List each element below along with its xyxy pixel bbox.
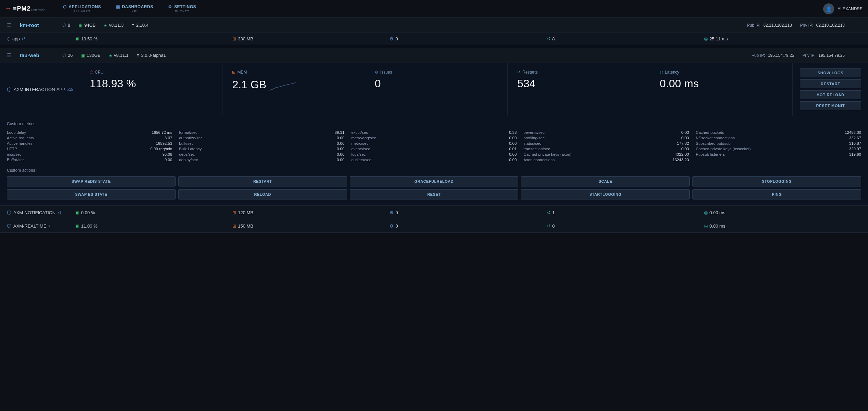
custom-metrics-grid: Loop delay 1656.72 ms Active requests 3.… [7,130,861,163]
nav-settings[interactable]: ⚙ SETTINGS BUCKET [161,2,203,15]
realtime-issues-metric: ⚙ 0 [390,223,547,229]
tau-ram: 130GB [87,53,100,58]
more-button-km-root[interactable]: ⋮ [853,22,861,28]
custom-actions-grid: SWAP REDIS STATE RESTART GRACEFULRELOAD … [7,176,861,200]
app-name: app [12,36,20,41]
tau-server-ips: Pub IP: 195.154.79.25 Priv IP: 195.154.7… [752,52,861,59]
nav-dashboards[interactable]: ▦ DASHBOARDS KPI [109,2,160,15]
metric-loop-delay: Loop delay 1656.72 ms [7,130,172,135]
ping-button[interactable]: PING [692,189,861,200]
tau-pub-ip-value: 195.154.79.25 [768,53,794,58]
notif-restarts-icon: ↺ [547,210,551,215]
server-row-tau-web: ☰ tau-web ⬡ 26 ▣ 130GB ◈ v8.11.1 ≡ 3.0.0… [0,48,868,63]
metric-pevents-sec: pevents/sec 0.00 [524,130,689,135]
topbar: 〜 ≡PM2 Enterprise ⬡ APPLICATIONS ALL APP… [0,0,868,18]
app-mem-metric: ⊞ 330 MB [232,36,390,41]
latency-value: 0.00 ms [660,77,783,90]
reset-monit-button[interactable]: RESET MONIT [800,101,861,110]
expanded-app-name: AXM-INTERACTION-APP [14,87,65,92]
realtime-latency-value: 0.00 ms [710,223,725,229]
server-pm2: 2.10.4 [136,23,149,28]
mem-chart [269,77,296,91]
notif-restarts-metric: ↺ 1 [547,210,704,215]
metric-status-sec: status/sec 177.82 [524,141,689,146]
mem-value: 2.1 GB [232,78,266,91]
server-ips: Pub IP: 62.210.102.213 Priv IP: 62.210.1… [747,22,861,28]
app-count: x8 [22,37,26,41]
app-name-cell: ⬡ app x8 [7,36,75,41]
server-cpu-stat: ⬡ 8 [62,23,70,28]
tau-priv-ip-label: Priv IP: 195.154.79.25 [802,53,845,58]
reload-button[interactable]: RELOAD [178,189,347,200]
metric-buffrd-sec: Buffrd/sec 0.00 [7,157,172,163]
metric-outliers-sec: outliers/sec 0.00 [351,157,516,163]
app-issues-value: 0 [395,36,398,41]
app-restarts-value: 8 [552,36,555,41]
tau-pub-ip-label: Pub IP: 195.154.79.25 [752,53,794,58]
stoplogging-button[interactable]: STOPLOGGING [692,176,861,187]
notif-name-cell: ⬡ AXM-NOTIFICATION x1 [7,209,75,216]
notif-latency-value: 0.00 ms [710,210,725,215]
restart-button-main[interactable]: RESTART [800,79,861,88]
app-latency-metric: ◎ 25.11 ms [704,36,861,41]
reset-button[interactable]: RESET [350,189,519,200]
settings-icon: ⚙ [168,4,172,9]
custom-actions-label: Custom actions : [7,168,861,173]
app-row-app: ⬡ app x8 ▣ 19.50 % ⊞ 330 MB ⚙ 0 ↺ 8 ◎ 25… [0,33,868,45]
swap-redis-state-button[interactable]: SWAP REDIS STATE [7,176,176,187]
metric-excpt-sec: excpt/sec 0.33 [351,130,516,135]
restarts-label: ↺ Restarts [517,70,640,75]
expanded-app-count: x15 [67,88,73,91]
realtime-issues-value: 0 [395,223,398,229]
hot-reload-button[interactable]: HOT RELOAD [800,90,861,99]
expanded-app-name-cell: ⬡ AXM-INTERACTION-APP x15 [0,63,80,116]
tau-cpu-icon: ⬡ [62,53,66,58]
more-button-tau-web[interactable]: ⋮ [853,52,861,59]
pub-ip-label: Pub IP: 62.210.102.213 [747,23,792,28]
metric-transaction-sec: transaction/sec 0.00 [524,146,689,152]
cpu-label: ⬡ CPU [90,70,213,75]
realtime-latency-icon: ◎ [704,223,708,229]
issues-label: ⚙ Issues [375,70,498,75]
expanded-app-panel: ⬡ AXM-INTERACTION-APP x15 ⬡ CPU 118.93 %… [0,63,868,206]
nav-applications[interactable]: ⬡ APPLICATIONS ALL APPS [56,2,108,15]
custom-metrics-col-1: Loop delay 1656.72 ms Active requests 3.… [7,130,172,163]
metric-http: HTTP 0.00 req/min [7,146,172,152]
dashboards-icon: ▦ [116,4,120,9]
metric-bulk-sec: bulk/sec 0.00 [179,141,344,146]
realtime-restarts-icon: ↺ [547,223,551,229]
ram-icon: ▣ [78,23,82,28]
priv-ip-value: 62.210.102.213 [816,23,845,28]
metric-events-sec: events/sec 0.01 [351,146,516,152]
notif-issues-value: 0 [395,210,398,215]
server-row-km-root: ☰ km-root ⬡ 8 ▣ 94GB ◈ v8.11.3 ≡ 2.10.4 … [0,18,868,33]
topbar-right: 👤 ALEXANDRE [823,3,863,14]
node-icon: ◈ [104,23,107,28]
pub-ip-value: 62.210.102.213 [763,23,792,28]
custom-metrics-col-3: excpt/sec 0.33 metrc/agg/sec 0.00 metrc/… [351,130,516,163]
app-cpu-value: 19.50 % [81,36,98,41]
nav-applications-sub: ALL APPS [74,10,91,13]
realtime-cpu-value: 11.00 % [81,223,98,229]
custom-actions-section: Custom actions : SWAP REDIS STATE RESTAR… [0,165,868,205]
scale-button[interactable]: SCALE [521,176,690,187]
metric-authorize-sec: authorize/sec 0.00 [179,135,344,141]
tau-pm2-stat: ≡ 3.0.0-alpha1 [137,53,166,58]
expanded-restarts-box: ↺ Restarts 534 [508,63,650,116]
notif-app-name: AXM-NOTIFICATION [13,210,55,215]
restart-custom-button[interactable]: RESTART [178,176,347,187]
swap-es-state-button[interactable]: SWAP ES STATE [7,189,176,200]
metric-bulk-latency: Bulk Latency 0.00 [179,146,344,152]
custom-metrics-section: Custom metrics : Loop delay 1656.72 ms A… [0,116,868,165]
notif-latency-icon: ◎ [704,210,708,215]
realtime-status-icon: ⬡ [7,223,11,229]
show-logs-button[interactable]: SHOW LOGS [800,68,861,77]
gracefulreload-button[interactable]: GRACEFULRELOAD [350,176,519,187]
tau-ram-icon: ▣ [81,53,85,58]
metric-pubsub-listeners: Pubsub listeners 319.60 [696,152,861,157]
metric-active-handles: Active handles 16592.53 [7,141,172,146]
startlogging-button[interactable]: STARTLOGGING [521,189,690,200]
nav-settings-sub: BUCKET [175,10,190,13]
metric-metrc-agg-sec: metrc/agg/sec 0.00 [351,135,516,141]
notif-cpu-metric: ▣ 0.00 % [75,210,232,215]
